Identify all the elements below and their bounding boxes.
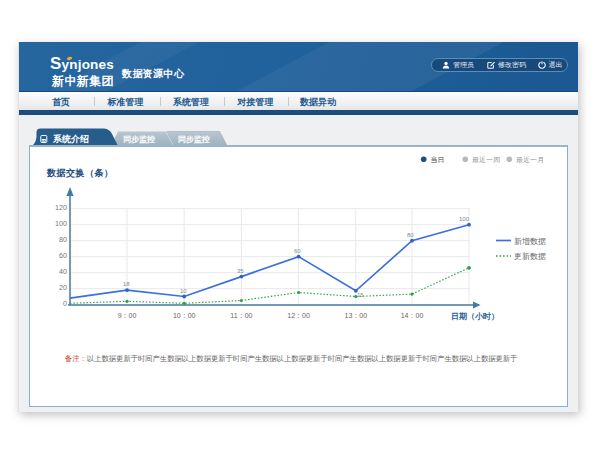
svg-text:60: 60	[59, 251, 67, 260]
svg-text:同步监控: 同步监控	[123, 135, 155, 144]
svg-text:日期（小时）: 日期（小时）	[451, 312, 499, 321]
svg-text:最近一周: 最近一周	[472, 156, 500, 163]
svg-text:10：00: 10：00	[173, 312, 196, 319]
svg-text:80: 80	[59, 235, 67, 244]
svg-text:15: 15	[357, 292, 364, 298]
svg-text:最近一月: 最近一月	[516, 156, 544, 164]
svg-text:同步监控: 同步监控	[178, 135, 210, 144]
svg-text:更新数据: 更新数据	[514, 252, 546, 261]
svg-text:40: 40	[59, 267, 67, 276]
svg-text:18: 18	[123, 281, 130, 287]
svg-text:100: 100	[55, 219, 67, 228]
svg-text:80: 80	[407, 232, 414, 238]
svg-text:9：00: 9：00	[118, 312, 137, 319]
svg-text:20: 20	[59, 283, 67, 292]
svg-text:新增数据: 新增数据	[514, 237, 546, 246]
svg-text:系统介绍: 系统介绍	[52, 134, 89, 144]
svg-text:13：00: 13：00	[345, 312, 368, 319]
svg-text:120: 120	[55, 203, 67, 212]
svg-text:14：00: 14：00	[401, 312, 424, 319]
svg-text:11：00: 11：00	[230, 312, 252, 319]
svg-text:12：00: 12：00	[287, 312, 310, 319]
svg-text:当日: 当日	[431, 156, 445, 164]
svg-text:60: 60	[294, 248, 301, 254]
svg-text:100: 100	[459, 216, 470, 222]
svg-text:10: 10	[180, 288, 187, 294]
svg-text:0: 0	[63, 299, 67, 308]
svg-text:35: 35	[237, 268, 244, 274]
